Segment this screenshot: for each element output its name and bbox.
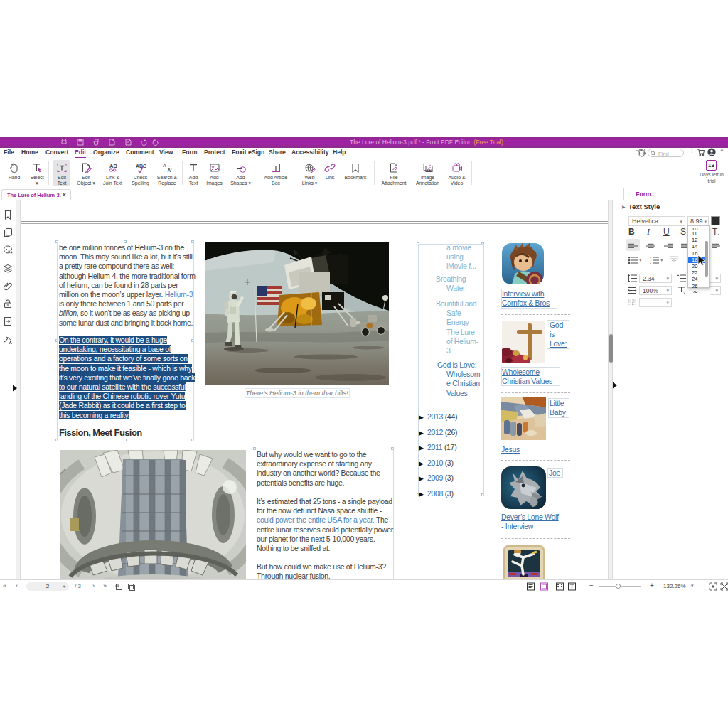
svg-text:ABC: ABC xyxy=(136,164,146,168)
svg-text:a: a xyxy=(6,303,9,307)
svg-text:1: 1 xyxy=(650,257,652,260)
svg-text:2: 2 xyxy=(650,261,652,264)
svg-text:←A’: ←A’ xyxy=(163,168,172,173)
svg-text:AB: AB xyxy=(109,163,117,169)
svg-text:A→: A→ xyxy=(163,163,171,168)
